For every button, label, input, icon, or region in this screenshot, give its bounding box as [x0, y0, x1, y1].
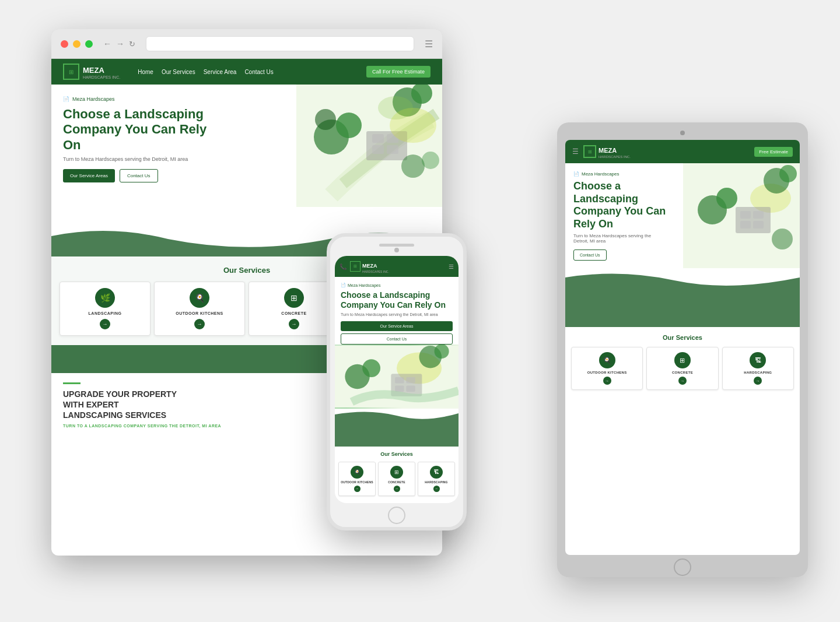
close-dot[interactable]	[61, 40, 68, 48]
phone-speaker	[379, 244, 414, 247]
svg-point-32	[435, 345, 449, 359]
kitchens-label: OUTDOOR KITCHENS	[158, 311, 241, 315]
phone-hero: 📄 Meza Hardscapes Choose a Landscaping C…	[335, 277, 459, 345]
service-card-landscaping[interactable]: 🌿 LANDSCAPING →	[60, 282, 150, 336]
svg-rect-23	[753, 211, 764, 219]
phone-kitchens-arrow[interactable]: →	[354, 486, 360, 492]
kitchens-arrow[interactable]: →	[194, 319, 205, 329]
tablet-brand-name: MEZA	[598, 147, 617, 154]
logo-text-group: MEZA HARDSCAPES INC.	[83, 65, 120, 79]
phone-dark-section	[335, 423, 459, 447]
service-card-concrete[interactable]: ⊞ CONCRETE →	[249, 282, 340, 336]
svg-rect-21	[736, 207, 771, 233]
phone-brand-sub: HARDSCAPES INC.	[362, 270, 389, 273]
tablet-cta-button[interactable]: Free Estimate	[754, 147, 793, 157]
back-arrow-icon[interactable]: ←	[103, 39, 111, 48]
tablet-service-hardscaping[interactable]: 🏗 HARDSCAPING →	[722, 347, 794, 390]
tablet-wave	[565, 269, 800, 292]
tablet-logo-icon: ⊞	[583, 145, 596, 158]
nav-area[interactable]: Service Area	[204, 69, 237, 75]
phone-brand-name: MEZA	[362, 263, 377, 269]
tablet-concrete-arrow[interactable]: →	[678, 377, 687, 385]
nav-services[interactable]: Our Services	[162, 69, 195, 75]
browser-controls: ← → ↻	[103, 39, 135, 48]
tablet-service-kitchens[interactable]: 🍳 OUTDOOR KITCHENS →	[571, 347, 643, 390]
hero-subtitle: Turn to Meza Hardscapes serving the Detr…	[63, 156, 191, 162]
phone-wave	[335, 409, 459, 423]
tablet-services-title: Our Services	[571, 334, 794, 341]
landscaping-label: LANDSCAPING	[64, 311, 146, 315]
phone-concrete-label: CONCRETE	[380, 480, 413, 484]
phone-kitchens-label: OUTDOOR KITCHENS	[341, 480, 373, 484]
phone-hardscaping-arrow[interactable]: →	[433, 486, 440, 492]
phone-logo: ⊞ MEZA HARDSCAPES INC.	[350, 259, 389, 273]
phone-contact-button[interactable]: Contact Us	[341, 333, 453, 345]
url-bar[interactable]	[146, 36, 414, 51]
concrete-arrow[interactable]: →	[289, 319, 299, 329]
nav-contact[interactable]: Contact Us	[244, 69, 273, 75]
svg-rect-22	[740, 211, 751, 219]
tablet-concrete-icon: ⊞	[674, 352, 691, 368]
svg-point-26	[772, 229, 793, 249]
phone-hero-title: Choose a Landscaping Company You Can Rel…	[341, 290, 453, 310]
svg-rect-35	[406, 377, 415, 384]
tablet-menu-icon[interactable]: ☰	[572, 147, 579, 156]
tablet-hero-title: Choose a Landscaping Company You Can Rel…	[573, 180, 678, 230]
phone-kitchens-icon: 🍳	[351, 466, 363, 479]
phone-services: Our Services 🍳 OUTDOOR KITCHENS → ⊞ CONC…	[335, 447, 459, 501]
svg-point-3	[315, 109, 336, 130]
svg-rect-34	[395, 377, 404, 384]
phone-menu-icon[interactable]: ☰	[449, 263, 454, 270]
phone-service-concrete[interactable]: ⊞ CONCRETE →	[378, 462, 415, 496]
phone-call-icon[interactable]: 📞	[340, 263, 346, 270]
phone-home-button[interactable]	[388, 507, 405, 524]
browser-titlebar: ← → ↻ ☰	[51, 29, 442, 59]
tablet-kitchens-label: OUTDOOR KITCHENS	[574, 371, 640, 374]
tablet-hardscaping-arrow[interactable]: →	[754, 377, 762, 385]
phone-hero-tag: 📄 Meza Hardscapes	[341, 283, 453, 287]
phone-concrete-arrow[interactable]: →	[394, 486, 400, 492]
svg-rect-9	[372, 145, 384, 154]
tablet-concrete-label: CONCRETE	[649, 371, 715, 374]
refresh-icon[interactable]: ↻	[129, 40, 135, 48]
svg-point-2	[336, 113, 362, 138]
desktop-logo: ⊞ MEZA HARDSCAPES INC.	[63, 64, 120, 80]
tablet-hardscaping-label: HARDSCAPING	[725, 371, 791, 374]
tablet-home-button[interactable]	[674, 558, 691, 576]
phone-services-title: Our Services	[338, 451, 455, 457]
tablet-kitchens-arrow[interactable]: →	[603, 377, 611, 385]
landscaping-arrow[interactable]: →	[100, 319, 110, 329]
brand-sub: HARDSCAPES INC.	[83, 75, 120, 79]
minimize-dot[interactable]	[73, 40, 80, 48]
phone-screen: 📞 ⊞ MEZA HARDSCAPES INC. ☰ 📄 Meza Hardsc…	[335, 256, 459, 503]
forward-arrow-icon[interactable]: →	[116, 39, 124, 48]
phone-camera	[394, 248, 399, 252]
svg-point-13	[401, 154, 425, 178]
service-card-kitchens[interactable]: 🍳 OUTDOOR KITCHENS →	[154, 282, 245, 336]
tablet-kitchens-icon: 🍳	[599, 352, 615, 368]
maximize-dot[interactable]	[85, 40, 93, 48]
browser-menu-icon[interactable]: ☰	[425, 38, 433, 50]
bottom-title: UPGRADE YOUR PROPERTY WITH EXPERT LANDSC…	[63, 389, 180, 421]
tablet-contact-button[interactable]: Contact Us	[573, 249, 607, 261]
phone-service-hardscaping[interactable]: 🏗 HARDSCAPING →	[418, 462, 455, 496]
accent-bar	[63, 382, 80, 384]
svg-rect-25	[753, 221, 764, 229]
phone-sketch-image	[335, 345, 459, 409]
svg-point-30	[362, 359, 380, 377]
concrete-icon: ⊞	[284, 288, 304, 308]
logo-icon: ⊞	[63, 64, 79, 80]
tablet-logo-text-group: MEZA HARDSCAPES INC.	[598, 145, 631, 159]
svg-point-20	[779, 165, 797, 182]
cta-button[interactable]: Call For Free Estimate	[366, 66, 430, 78]
phone-services-button[interactable]: Our Service Areas	[341, 321, 453, 331]
tablet-service-concrete[interactable]: ⊞ CONCRETE →	[646, 347, 718, 390]
tablet-hero-image	[683, 163, 800, 268]
brand-name: MEZA	[83, 66, 104, 75]
services-button[interactable]: Our Service Areas	[63, 169, 115, 182]
contact-button[interactable]: Contact Us	[120, 169, 158, 182]
phone-service-kitchens[interactable]: 🍳 OUTDOOR KITCHENS →	[338, 462, 376, 496]
tablet-screen: ☰ ⊞ MEZA HARDSCAPES INC. Free Estimate 📄…	[565, 140, 800, 555]
nav-home[interactable]: Home	[138, 69, 153, 75]
tablet-services-grid: 🍳 OUTDOOR KITCHENS → ⊞ CONCRETE → 🏗 HARD…	[571, 347, 794, 390]
